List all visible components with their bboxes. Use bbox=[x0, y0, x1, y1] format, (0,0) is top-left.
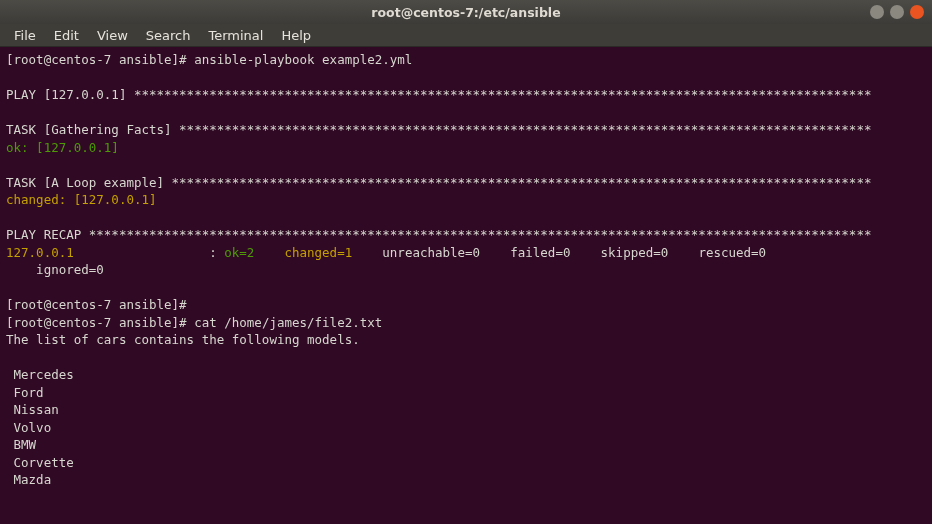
cmd-cat: cat /home/james/file2.txt bbox=[194, 315, 382, 330]
task-loop-status: changed: [127.0.0.1] bbox=[6, 192, 157, 207]
car-item: Volvo bbox=[6, 420, 51, 435]
recap-tail: unreachable=0 failed=0 skipped=0 rescued… bbox=[352, 245, 766, 260]
menu-edit[interactable]: Edit bbox=[46, 26, 87, 45]
recap-ok: ok=2 bbox=[224, 245, 254, 260]
prompt: [root@centos-7 ansible]# bbox=[6, 52, 194, 67]
maximize-button[interactable] bbox=[890, 5, 904, 19]
window-titlebar: root@centos-7:/etc/ansible bbox=[0, 0, 932, 24]
menu-bar: File Edit View Search Terminal Help bbox=[0, 24, 932, 47]
task-facts-status: ok: [127.0.0.1] bbox=[6, 140, 119, 155]
car-item: Nissan bbox=[6, 402, 59, 417]
car-item: Ford bbox=[6, 385, 44, 400]
recap-sp1 bbox=[254, 245, 284, 260]
menu-file[interactable]: File bbox=[6, 26, 44, 45]
car-item: BMW bbox=[6, 437, 36, 452]
window-buttons bbox=[870, 5, 924, 19]
prompt: [root@centos-7 ansible]# bbox=[6, 315, 194, 330]
menu-view[interactable]: View bbox=[89, 26, 136, 45]
recap-changed: changed=1 bbox=[284, 245, 352, 260]
recap-header: PLAY RECAP *****************************… bbox=[6, 227, 871, 242]
prompt: [root@centos-7 ansible]# bbox=[6, 297, 194, 312]
menu-terminal[interactable]: Terminal bbox=[200, 26, 271, 45]
play-header: PLAY [127.0.0.1] ***********************… bbox=[6, 87, 871, 102]
task-loop-header: TASK [A Loop example] ******************… bbox=[6, 175, 871, 190]
terminal-body[interactable]: [root@centos-7 ansible]# ansible-playboo… bbox=[0, 47, 932, 524]
task-facts-header: TASK [Gathering Facts] *****************… bbox=[6, 122, 871, 137]
menu-help[interactable]: Help bbox=[273, 26, 319, 45]
recap-host: 127.0.0.1 bbox=[6, 245, 74, 260]
window-title: root@centos-7:/etc/ansible bbox=[8, 5, 924, 20]
recap-ignored: ignored=0 bbox=[6, 262, 104, 277]
recap-sep: : bbox=[74, 245, 225, 260]
car-item: Mazda bbox=[6, 472, 51, 487]
car-item: Mercedes bbox=[6, 367, 74, 382]
car-item: Corvette bbox=[6, 455, 74, 470]
menu-search[interactable]: Search bbox=[138, 26, 199, 45]
cat-header: The list of cars contains the following … bbox=[6, 332, 360, 347]
minimize-button[interactable] bbox=[870, 5, 884, 19]
cmd-ansible: ansible-playbook example2.yml bbox=[194, 52, 412, 67]
close-button[interactable] bbox=[910, 5, 924, 19]
